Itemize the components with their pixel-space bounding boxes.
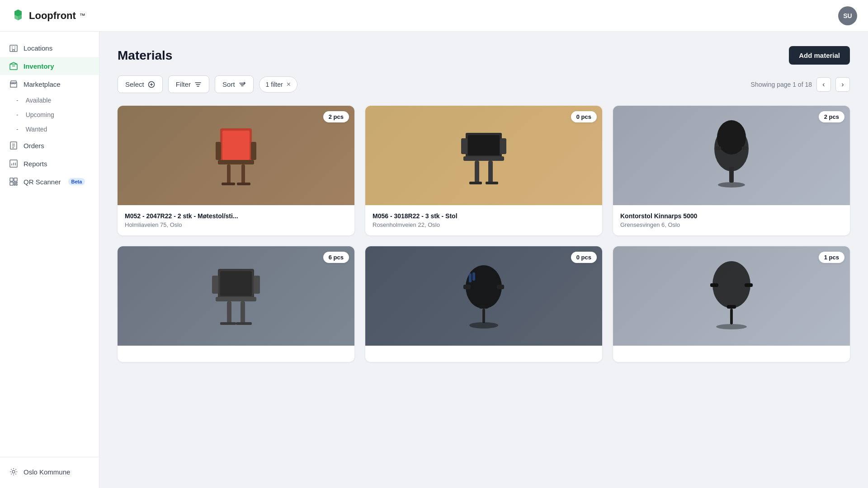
logo-tm: ™ bbox=[80, 12, 85, 19]
page-title: Materials bbox=[118, 48, 172, 63]
cards-grid: 2 pcs M052 - 2047R22 - 2 stk - Møtestol/… bbox=[118, 106, 850, 362]
svg-rect-27 bbox=[469, 182, 482, 184]
filter-button[interactable]: Filter bbox=[168, 75, 209, 93]
svg-rect-0 bbox=[10, 45, 17, 52]
card-body-5 bbox=[365, 346, 602, 362]
sidebar-item-inventory-label: Inventory bbox=[24, 62, 54, 70]
building-icon bbox=[9, 43, 18, 52]
dash-icon: - bbox=[16, 97, 19, 104]
prev-page-button[interactable]: ‹ bbox=[816, 77, 831, 92]
card-title-1: M052 - 2047R22 - 2 stk - Møtestol/sti... bbox=[125, 212, 347, 220]
svg-rect-55 bbox=[727, 305, 736, 309]
remove-filter-icon[interactable]: × bbox=[287, 80, 291, 89]
svg-rect-4 bbox=[10, 178, 13, 181]
qr-icon bbox=[9, 177, 18, 186]
pagination-label: Showing page 1 of 18 bbox=[751, 81, 812, 88]
svg-rect-16 bbox=[227, 164, 231, 185]
pcs-badge-1: 2 pcs bbox=[323, 111, 349, 122]
sidebar-item-wanted[interactable]: - Wanted bbox=[0, 122, 99, 136]
next-page-button[interactable]: › bbox=[835, 77, 850, 92]
card-body-3: Kontorstol Kinnarps 5000 Grensesvingen 6… bbox=[613, 205, 850, 235]
svg-point-49 bbox=[469, 322, 498, 328]
header: Loopfront™ SU bbox=[0, 0, 868, 32]
chair-image-red bbox=[118, 106, 354, 205]
sidebar: Locations Inventory Marketplace - Availa… bbox=[0, 32, 99, 488]
box-icon bbox=[9, 61, 18, 70]
svg-rect-8 bbox=[16, 182, 17, 183]
filter-label: Filter bbox=[176, 80, 191, 88]
filter-icon bbox=[194, 81, 202, 88]
svg-point-32 bbox=[717, 120, 746, 155]
sidebar-item-inventory[interactable]: Inventory bbox=[0, 57, 99, 75]
add-material-button[interactable]: Add material bbox=[789, 46, 850, 65]
svg-rect-20 bbox=[216, 142, 221, 160]
svg-rect-48 bbox=[482, 309, 485, 323]
pagination: Showing page 1 of 18 ‹ › bbox=[751, 77, 850, 92]
svg-rect-18 bbox=[222, 183, 235, 185]
svg-rect-9 bbox=[14, 184, 15, 185]
sidebar-item-upcoming[interactable]: - Upcoming bbox=[0, 108, 99, 122]
chair-image-office bbox=[613, 106, 850, 205]
sidebar-item-available[interactable]: - Available bbox=[0, 93, 99, 108]
card-location-2: Rosenholmveien 22, Oslo bbox=[373, 221, 595, 228]
svg-rect-35 bbox=[716, 146, 721, 150]
logo[interactable]: Loopfront™ bbox=[11, 9, 85, 23]
sidebar-item-org[interactable]: Oslo Kommune bbox=[0, 463, 99, 481]
material-card-1[interactable]: 2 pcs M052 - 2047R22 - 2 stk - Møtestol/… bbox=[118, 106, 354, 235]
pcs-badge-6: 1 pcs bbox=[819, 252, 844, 263]
material-card-3[interactable]: 2 pcs Kontorstol Kinnarps 5000 Grensesvi… bbox=[613, 106, 850, 235]
svg-point-57 bbox=[716, 324, 747, 329]
toolbar: Select Filter Sort 1 f bbox=[118, 75, 850, 93]
layout: Locations Inventory Marketplace - Availa… bbox=[0, 32, 868, 488]
card-body-2: M056 - 3018R22 - 3 stk - Stol Rosenholmv… bbox=[365, 205, 602, 235]
sidebar-item-qr-label: QR Scanner bbox=[24, 178, 61, 186]
pcs-badge-3: 2 pcs bbox=[819, 111, 844, 122]
svg-rect-44 bbox=[212, 276, 218, 294]
svg-rect-43 bbox=[236, 322, 252, 325]
card-image-2: 0 pcs bbox=[365, 106, 602, 205]
svg-rect-45 bbox=[254, 276, 260, 294]
main-content: Materials Add material Select Filter Sor… bbox=[99, 32, 868, 488]
sidebar-item-marketplace[interactable]: Marketplace bbox=[0, 75, 99, 93]
card-location-3: Grensesvingen 6, Oslo bbox=[620, 221, 843, 228]
user-avatar[interactable]: SU bbox=[838, 6, 857, 25]
svg-rect-59 bbox=[745, 283, 753, 287]
sidebar-item-locations[interactable]: Locations bbox=[0, 39, 99, 57]
sidebar-item-orders-label: Orders bbox=[24, 142, 44, 150]
material-card-6[interactable]: 1 pcs bbox=[613, 246, 850, 362]
svg-rect-21 bbox=[251, 142, 256, 160]
sidebar-item-locations-label: Locations bbox=[24, 44, 52, 52]
card-title-3: Kontorstol Kinnarps 5000 bbox=[620, 212, 843, 220]
card-image-5: 0 pcs bbox=[365, 246, 602, 346]
card-body-6 bbox=[613, 346, 850, 362]
dash-icon: - bbox=[16, 111, 19, 118]
svg-rect-39 bbox=[216, 297, 256, 301]
svg-rect-51 bbox=[497, 285, 504, 289]
svg-rect-40 bbox=[227, 301, 231, 324]
material-card-2[interactable]: 0 pcs M056 - 3018R22 - 3 stk - Stol Rose… bbox=[365, 106, 602, 235]
sidebar-item-orders[interactable]: Orders bbox=[0, 136, 99, 155]
material-card-4[interactable]: 6 pcs bbox=[118, 246, 354, 362]
sort-button[interactable]: Sort bbox=[215, 75, 254, 93]
svg-rect-29 bbox=[461, 138, 467, 154]
dash-icon: - bbox=[16, 126, 19, 133]
svg-rect-58 bbox=[710, 283, 718, 287]
logo-icon bbox=[11, 9, 25, 23]
svg-rect-17 bbox=[241, 164, 245, 185]
svg-rect-50 bbox=[463, 285, 471, 289]
svg-point-11 bbox=[12, 470, 15, 473]
orders-icon bbox=[9, 141, 18, 150]
sidebar-item-qr-scanner[interactable]: QR Scanner Beta bbox=[0, 173, 99, 191]
chair-image-black1 bbox=[365, 106, 602, 205]
active-filter-chip[interactable]: 1 filter × bbox=[259, 76, 297, 93]
sidebar-item-reports[interactable]: Reports bbox=[0, 155, 99, 173]
card-location-1: Holmliaveien 75, Oslo bbox=[125, 221, 347, 228]
card-image-1: 2 pcs bbox=[118, 106, 354, 205]
svg-rect-5 bbox=[14, 178, 17, 181]
select-button[interactable]: Select bbox=[118, 75, 163, 93]
chair-image-gray bbox=[118, 246, 354, 346]
svg-rect-7 bbox=[14, 182, 15, 183]
sidebar-item-marketplace-label: Marketplace bbox=[24, 80, 61, 88]
card-body-1: M052 - 2047R22 - 2 stk - Møtestol/sti...… bbox=[118, 205, 354, 235]
material-card-5[interactable]: 0 pcs bbox=[365, 246, 602, 362]
